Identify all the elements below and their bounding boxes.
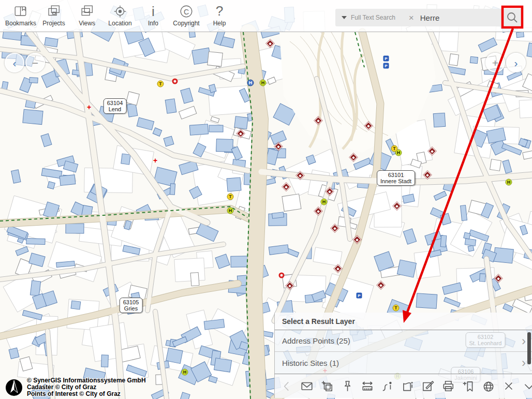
app-window: 63104Lend63101Innere Stadt63105Gries6310… <box>0 0 532 399</box>
plus-icon: + <box>492 57 498 68</box>
taxi-marker[interactable]: T <box>157 81 164 87</box>
poi-red-ring-marker[interactable] <box>279 273 285 278</box>
email-button[interactable] <box>300 379 314 393</box>
measure-distance-icon <box>361 379 374 393</box>
pharmacy-cross-marker[interactable]: + <box>87 104 91 111</box>
district-code: 63105 <box>123 299 139 305</box>
stop-h-green-marker[interactable]: H <box>506 179 512 186</box>
top-toolbar-items: BookmarksProjectsViewsLocationiInfoCCopy… <box>5 4 235 27</box>
result-layer-panel: Select a Result Layer Address Points (25… <box>274 313 532 374</box>
toolbar-item-label: Location <box>108 20 131 27</box>
copyright-icon: C <box>179 4 194 19</box>
toolbar-item-help[interactable]: ?Help <box>204 4 235 27</box>
district-code: 63101 <box>380 172 411 178</box>
result-panel-rows: Address Points (25)›Historic Sites (1)› <box>275 330 532 374</box>
add-bookmark-button[interactable] <box>462 379 475 393</box>
help-icon: ? <box>212 4 227 19</box>
search-button[interactable] <box>504 9 521 26</box>
result-layer-row[interactable]: Address Points (25)› <box>275 330 532 352</box>
search-input[interactable]: Herre <box>420 13 504 22</box>
copy-features-button[interactable] <box>320 379 334 393</box>
toolbar-item-bookmarks[interactable]: Bookmarks <box>5 4 36 27</box>
edit-redlining-icon <box>421 379 435 393</box>
district-name: Innere Stadt <box>380 178 411 184</box>
close-button[interactable] <box>502 379 515 393</box>
pharmacy-cross-marker[interactable]: + <box>153 157 157 164</box>
parking-marker[interactable]: P <box>357 293 362 299</box>
pin-button[interactable] <box>341 379 354 393</box>
copy-features-icon <box>320 379 334 393</box>
result-layer-label: Historic Sites (1) <box>282 359 339 367</box>
result-layer-label: Address Points (25) <box>282 336 350 345</box>
close-icon <box>502 379 515 393</box>
toolbar-item-label: Info <box>148 20 158 27</box>
map-attribution: © SynerGIS Informationssysteme GmbH Cada… <box>5 377 146 397</box>
chevron-down-button[interactable] <box>522 379 532 393</box>
globe-button[interactable] <box>482 379 495 393</box>
globe-icon <box>482 379 495 393</box>
toolbar-item-label: Projects <box>42 20 65 27</box>
toolbar-item-location[interactable]: Location <box>105 4 136 27</box>
measure-area-button[interactable] <box>401 379 415 393</box>
zoom-in-button[interactable]: + <box>485 53 505 72</box>
stop-h-green-marker[interactable]: H <box>260 80 267 86</box>
district-name: Gries <box>123 305 139 312</box>
chevron-left-button[interactable] <box>280 379 293 393</box>
poi-red-ring-marker[interactable] <box>172 79 178 84</box>
views-icon <box>79 4 95 19</box>
parking-marker[interactable]: P <box>383 63 389 69</box>
search-mode-dropdown-icon[interactable] <box>342 16 347 19</box>
stop-h-green-marker[interactable]: H <box>227 208 234 214</box>
north-arrow-compass-icon <box>5 379 23 396</box>
magnifier-icon <box>505 10 520 25</box>
copyright-lines: © SynerGIS Informationssysteme GmbH Cada… <box>27 377 146 397</box>
zoom-out-button[interactable]: − <box>25 53 45 72</box>
stop-h-green-marker[interactable]: H <box>321 199 328 205</box>
chevron-left-icon <box>280 379 293 393</box>
panel-scrollbar[interactable] <box>527 332 531 364</box>
bookmarks-icon <box>13 4 28 19</box>
svg-text:?: ? <box>216 4 224 19</box>
location-icon <box>112 4 128 19</box>
chevron-right-icon: › <box>522 335 526 347</box>
edit-redlining-button[interactable] <box>421 379 435 393</box>
result-layer-row[interactable]: Historic Sites (1)› <box>275 352 532 374</box>
pin-icon <box>341 379 354 393</box>
measure-line-button[interactable] <box>381 379 394 393</box>
toolbar-item-projects[interactable]: Projects <box>38 4 69 27</box>
pan-right-button[interactable]: › <box>506 53 526 72</box>
info-icon: i <box>145 4 161 19</box>
taxi-marker[interactable]: T <box>391 145 398 152</box>
projects-icon <box>46 4 62 19</box>
copyright-line: Points of Interest © City of Graz <box>27 391 146 397</box>
pan-left-icon: ‹ <box>13 57 17 68</box>
svg-text:C: C <box>184 8 189 16</box>
toolbar-item-label: Bookmarks <box>5 20 36 27</box>
chevron-right-icon: › <box>522 357 526 369</box>
minus-icon: − <box>32 57 38 68</box>
pan-left-button[interactable]: ‹ <box>5 53 24 72</box>
district-label-63105: 63105Gries <box>120 298 143 313</box>
pan-right-icon: › <box>514 57 518 68</box>
stop-h-blue-marker[interactable]: H <box>247 80 254 86</box>
parking-marker[interactable]: P <box>383 56 389 62</box>
chevron-down-icon <box>522 379 532 393</box>
district-label-63104: 63104Lend <box>104 98 127 114</box>
search-bar: Full Text Search × Herre <box>335 9 523 26</box>
print-button[interactable] <box>441 379 455 393</box>
district-label-63101: 63101Innere Stadt <box>377 170 415 186</box>
toolbar-item-copyright[interactable]: CCopyright <box>171 4 202 27</box>
email-icon <box>300 379 314 393</box>
toolbar-item-label: Help <box>213 20 226 27</box>
stop-h-green-marker[interactable]: H <box>182 369 188 376</box>
search-mode-label[interactable]: Full Text Search <box>351 14 395 21</box>
add-bookmark-icon <box>462 379 475 393</box>
measure-distance-button[interactable] <box>361 379 374 393</box>
district-code: 63104 <box>107 100 123 106</box>
search-clear-icon[interactable]: × <box>409 13 414 22</box>
toolbar-item-views[interactable]: Views <box>71 4 102 27</box>
toolbar-item-label: Views <box>79 20 95 27</box>
taxi-marker[interactable]: T <box>227 194 234 200</box>
toolbar-item-info[interactable]: iInfo <box>138 4 169 27</box>
taxi-marker[interactable]: T <box>393 305 400 312</box>
